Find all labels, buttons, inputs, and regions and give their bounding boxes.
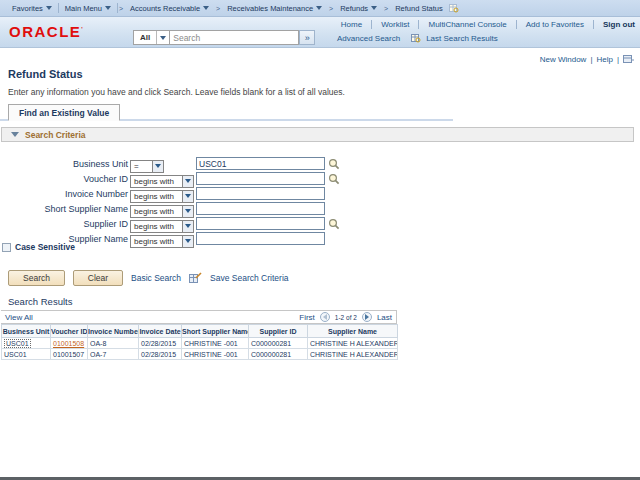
search-input[interactable] xyxy=(169,30,299,45)
help-link[interactable]: Help xyxy=(596,55,612,64)
oracle-logo: ORACLE' xyxy=(9,23,84,40)
case-sensitive-row: Case Sensitive xyxy=(2,242,75,252)
chevron-down-icon xyxy=(316,6,322,10)
chevron-down-icon xyxy=(371,6,377,10)
field-label: Business Unit xyxy=(0,159,128,169)
cell-invoice-date: 02/28/2015 xyxy=(139,349,182,360)
breadcrumb-receivables-maintenance[interactable]: Receivables Maintenance xyxy=(221,4,328,13)
tab-find-existing-value[interactable]: Find an Existing Value xyxy=(8,104,120,121)
invoice-number-input[interactable] xyxy=(196,187,325,200)
cell-invoice-date: 02/28/2015 xyxy=(139,338,182,349)
col-invoice-number: Invoice Number xyxy=(88,325,139,338)
divider xyxy=(593,20,594,29)
case-sensitive-checkbox[interactable] xyxy=(2,243,11,252)
breadcrumb-main-menu[interactable]: Main Menu xyxy=(59,4,117,13)
divider xyxy=(516,20,517,29)
col-voucher-id: Voucher ID xyxy=(51,325,88,338)
chevron-down-icon xyxy=(46,6,52,10)
search-button[interactable]: Search xyxy=(8,270,65,286)
nav-worklist[interactable]: Worklist xyxy=(381,20,409,29)
pager-last-link[interactable]: Last xyxy=(377,313,392,322)
table-header-row: Business Unit Voucher ID Invoice Number … xyxy=(2,325,398,338)
col-supplier-name: Supplier Name xyxy=(308,325,398,338)
breadcrumb-accounts-receivable[interactable]: Accounts Receivable xyxy=(124,4,215,13)
breadcrumb: Favorites Main Menu > Accounts Receivabl… xyxy=(0,0,640,17)
supplier-name-input[interactable] xyxy=(196,232,325,245)
results-grid-bar: View All First 1-2 of 2 Last xyxy=(1,310,397,324)
advanced-search-link[interactable]: Advanced Search xyxy=(337,34,400,43)
breadcrumb-favorites[interactable]: Favorites xyxy=(6,4,58,13)
page-title: Refund Status xyxy=(8,68,83,80)
search-scope-select[interactable]: All xyxy=(133,30,169,45)
cell-short-supplier-name: CHRISTINE -001 xyxy=(182,349,249,360)
nav-home[interactable]: Home xyxy=(341,20,362,29)
breadcrumb-label: Receivables Maintenance xyxy=(227,4,313,13)
breadcrumb-label: Favorites xyxy=(12,4,43,13)
divider xyxy=(418,20,419,29)
cell-supplier-name: CHRISTINE H ALEXANDER xyxy=(308,349,398,360)
table-row: USC01 01001508 OA-8 02/28/2015 CHRISTINE… xyxy=(2,338,398,349)
field-label: Short Supplier Name xyxy=(0,204,128,214)
short-supplier-name-input[interactable] xyxy=(196,202,325,215)
search-criteria-title: Search Criteria xyxy=(25,130,85,140)
business-unit-input[interactable] xyxy=(196,157,325,170)
cell-supplier-id: C000000281 xyxy=(249,349,308,360)
chevron-down-icon xyxy=(105,6,111,10)
save-search-icon xyxy=(189,272,202,284)
pager-first-link[interactable]: First xyxy=(299,313,315,322)
divider: | xyxy=(590,55,592,64)
search-go-button[interactable]: » xyxy=(299,30,315,45)
new-window-link[interactable]: New Window xyxy=(540,55,587,64)
col-invoice-date: Invoice Date xyxy=(139,325,182,338)
last-search-results-icon xyxy=(411,33,421,43)
top-nav: Home Worklist MultiChannel Console Add t… xyxy=(341,20,635,29)
breadcrumb-label: Refund Status xyxy=(395,4,443,13)
supplier-id-input[interactable] xyxy=(196,217,325,230)
save-search-criteria-link[interactable]: Save Search Criteria xyxy=(210,273,288,283)
search-links: Advanced Search Last Search Results xyxy=(337,33,498,43)
action-bar: Search Clear Basic Search Save Search Cr… xyxy=(8,270,289,286)
col-business-unit: Business Unit xyxy=(2,325,51,338)
breadcrumb-label: Refunds xyxy=(340,4,368,13)
cell-invoice-number: OA-8 xyxy=(88,338,139,349)
breadcrumb-refunds[interactable]: Refunds xyxy=(334,4,383,13)
breadcrumb-page-icon xyxy=(449,3,459,13)
case-sensitive-label: Case Sensitive xyxy=(15,242,75,252)
field-label: Supplier ID xyxy=(0,219,128,229)
header: ORACLE' All » Home Worklist MultiChannel… xyxy=(0,17,640,48)
business-unit-lookup-icon[interactable] xyxy=(328,158,340,170)
cell-business-unit: USC01 xyxy=(2,349,51,360)
sign-out-link[interactable]: Sign out xyxy=(603,20,635,29)
view-all-link[interactable]: View All xyxy=(5,313,33,322)
supplier-name-operator-select[interactable]: begins with xyxy=(130,235,194,248)
chevron-down-icon xyxy=(182,236,193,247)
divider xyxy=(371,20,372,29)
last-search-results-link[interactable]: Last Search Results xyxy=(426,34,498,43)
results-table: Business Unit Voucher ID Invoice Number … xyxy=(1,324,398,360)
search-criteria-header[interactable]: Search Criteria xyxy=(1,127,634,142)
page-links: New Window | Help | xyxy=(540,54,634,64)
pager-next-icon[interactable] xyxy=(362,312,372,322)
chevron-down-icon xyxy=(156,31,169,44)
basic-search-link[interactable]: Basic Search xyxy=(131,273,181,283)
col-supplier-id: Supplier ID xyxy=(249,325,308,338)
global-search: All » xyxy=(133,30,315,45)
clear-button[interactable]: Clear xyxy=(73,270,123,286)
personalize-page-icon[interactable] xyxy=(623,54,634,64)
voucher-id-link[interactable]: 01001508 xyxy=(53,340,84,347)
field-label: Invoice Number xyxy=(0,189,128,199)
pager: First 1-2 of 2 Last xyxy=(299,312,392,322)
search-scope-value: All xyxy=(134,33,156,42)
nav-add-to-favorites[interactable]: Add to Favorites xyxy=(526,20,584,29)
pager-prev-icon[interactable] xyxy=(320,312,330,322)
cell-short-supplier-name: CHRISTINE -001 xyxy=(182,338,249,349)
collapse-triangle-icon xyxy=(11,132,19,137)
supplier-id-lookup-icon[interactable] xyxy=(328,218,340,230)
page-instructions: Enter any information you have and click… xyxy=(8,87,345,97)
nav-multichannel-console[interactable]: MultiChannel Console xyxy=(428,20,506,29)
cell-supplier-id: C000000281 xyxy=(249,338,308,349)
voucher-id-lookup-icon[interactable] xyxy=(328,173,340,185)
voucher-id-input[interactable] xyxy=(196,172,325,185)
cell-supplier-name: CHRISTINE H ALEXANDER xyxy=(308,338,398,349)
field-label: Voucher ID xyxy=(0,174,128,184)
